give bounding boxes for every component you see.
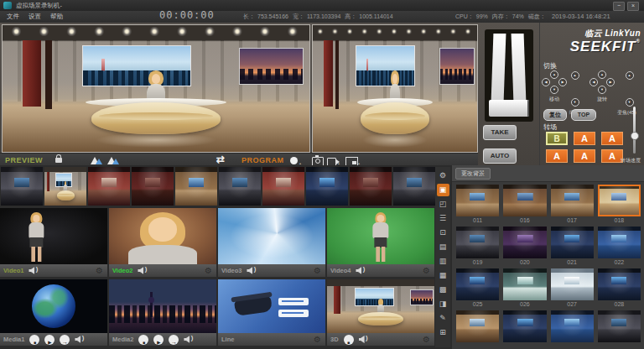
- move-down-icon[interactable]: [550, 86, 558, 94]
- preset-thumb[interactable]: [88, 167, 130, 206]
- list-icon[interactable]: ☰: [437, 212, 449, 225]
- move-left-icon[interactable]: [542, 78, 550, 86]
- speaker-icon[interactable]: [356, 267, 365, 274]
- menu-settings[interactable]: 设置: [25, 11, 44, 23]
- zoom-down-icon[interactable]: [571, 98, 579, 107]
- video1-thumbnail[interactable]: [0, 208, 107, 264]
- transition-button-a3[interactable]: A: [546, 149, 568, 163]
- close-button[interactable]: ×: [627, 2, 639, 11]
- preset-thumb[interactable]: [175, 167, 217, 206]
- scene-thumb[interactable]: 027: [551, 268, 594, 308]
- media1-thumbnail[interactable]: [0, 279, 107, 333]
- gear-icon[interactable]: [314, 336, 321, 344]
- rotate-left-icon[interactable]: [589, 78, 598, 86]
- columns-icon[interactable]: ▥: [437, 255, 449, 268]
- transition-button-a4[interactable]: A: [574, 149, 595, 163]
- scene-thumb[interactable]: 028: [598, 268, 641, 308]
- video1-cell[interactable]: Video1: [0, 208, 107, 277]
- gear-icon[interactable]: [423, 267, 430, 275]
- media1-cell[interactable]: Media1: [0, 279, 107, 346]
- line-cell[interactable]: Line: [218, 279, 325, 346]
- take-button[interactable]: TAKE: [483, 125, 517, 140]
- play-button[interactable]: [44, 335, 55, 345]
- edit-icon[interactable]: ✎: [437, 312, 449, 325]
- focus-down-icon[interactable]: [626, 98, 634, 107]
- transition-button-a1[interactable]: A: [574, 132, 595, 145]
- zoom-up-icon[interactable]: [571, 71, 579, 80]
- grid-icon[interactable]: ▦: [437, 269, 449, 282]
- preset-thumb[interactable]: [219, 167, 261, 206]
- swap-transition-icon[interactable]: [216, 154, 225, 165]
- menu-help[interactable]: 帮助: [47, 11, 66, 23]
- transition-button-a2[interactable]: A: [601, 132, 623, 145]
- record-icon[interactable]: [290, 157, 298, 164]
- gear-icon[interactable]: [96, 267, 103, 275]
- preset-thumb[interactable]: [393, 167, 435, 206]
- speaker-icon[interactable]: [75, 336, 84, 343]
- add-icon[interactable]: ⊞: [437, 326, 449, 339]
- video4-thumbnail[interactable]: [327, 208, 434, 264]
- preset-thumb[interactable]: [1, 167, 43, 206]
- reset-button[interactable]: 复位: [543, 109, 567, 121]
- video3-thumbnail[interactable]: [218, 208, 325, 264]
- play-button[interactable]: [153, 335, 164, 345]
- save-icon[interactable]: ▣: [437, 184, 449, 196]
- scene-thumb-selected[interactable]: 018: [598, 185, 641, 224]
- rows-icon[interactable]: ▤: [437, 241, 449, 253]
- loop-button[interactable]: [60, 335, 70, 345]
- preset-thumb[interactable]: [262, 167, 304, 206]
- stop-button[interactable]: [344, 335, 354, 345]
- scene-thumb[interactable]: 019: [456, 227, 499, 266]
- video2-cell[interactable]: Video2: [109, 208, 216, 277]
- settings-icon[interactable]: ⚙: [437, 169, 449, 182]
- scene-thumb[interactable]: [503, 310, 546, 349]
- scene-image-alt-icon[interactable]: [107, 156, 119, 164]
- scene-thumb[interactable]: 017: [551, 185, 594, 224]
- stop-button[interactable]: [29, 335, 39, 345]
- menu-file[interactable]: 文件: [3, 11, 23, 23]
- scene-thumb[interactable]: 021: [551, 227, 594, 266]
- pattern-icon[interactable]: ▩: [437, 284, 449, 296]
- minimize-button[interactable]: −: [613, 2, 625, 11]
- scene3d-thumbnail[interactable]: [327, 279, 434, 333]
- change-background-tab[interactable]: 更改背景: [455, 168, 491, 180]
- video4-cell[interactable]: Video4: [327, 208, 434, 277]
- transition-speed-slider[interactable]: [633, 107, 636, 154]
- scene-thumb[interactable]: [456, 310, 499, 349]
- media2-cell[interactable]: Media2: [109, 279, 216, 346]
- rotate-right-icon[interactable]: [606, 78, 615, 86]
- monitor-icon[interactable]: ⊡: [437, 227, 449, 239]
- media2-thumbnail[interactable]: [109, 279, 216, 333]
- scene-thumb[interactable]: 022: [598, 227, 641, 266]
- slider-knob[interactable]: [631, 132, 639, 140]
- scene-thumb[interactable]: 026: [503, 268, 546, 308]
- stop-button[interactable]: [138, 335, 148, 345]
- speaker-icon[interactable]: [184, 336, 193, 343]
- image-icon[interactable]: ◨: [437, 298, 449, 310]
- scene-thumb[interactable]: 016: [503, 185, 546, 224]
- line-thumbnail[interactable]: [218, 279, 325, 333]
- scene-image-icon[interactable]: [91, 156, 102, 164]
- scene-thumb[interactable]: [551, 310, 594, 349]
- video2-thumbnail[interactable]: [109, 208, 216, 264]
- scene3d-cell[interactable]: 3D: [327, 279, 434, 346]
- move-up-icon[interactable]: [550, 70, 558, 79]
- transition-button-b[interactable]: B: [546, 132, 568, 145]
- gear-icon[interactable]: [314, 267, 321, 275]
- rotate-up-icon[interactable]: [598, 70, 606, 79]
- move-right-icon[interactable]: [558, 78, 567, 86]
- auto-button[interactable]: AUTO: [483, 148, 517, 164]
- gear-icon[interactable]: [205, 267, 212, 275]
- preset-thumb[interactable]: [350, 167, 392, 206]
- tbar-handle[interactable]: [489, 100, 529, 117]
- focus-up-icon[interactable]: [626, 71, 634, 80]
- rotate-down-icon[interactable]: [598, 86, 606, 94]
- scene-thumb[interactable]: 020: [503, 227, 546, 266]
- speaker-icon[interactable]: [29, 267, 38, 274]
- gear-icon[interactable]: [423, 336, 430, 344]
- preset-thumb[interactable]: [306, 167, 348, 206]
- speaker-icon[interactable]: [247, 267, 256, 274]
- loop-button[interactable]: [169, 335, 179, 345]
- scene-thumb[interactable]: 011: [456, 185, 499, 224]
- speaker-icon[interactable]: [359, 336, 368, 343]
